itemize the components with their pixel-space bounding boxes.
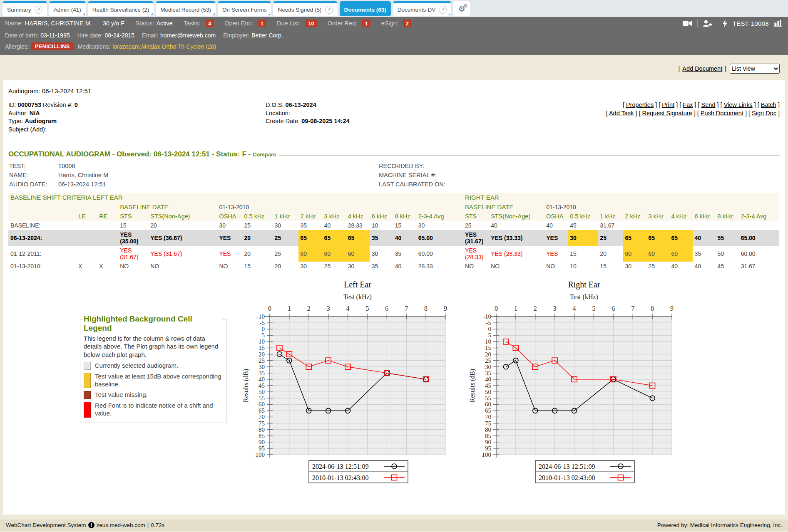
tasks-badge[interactable]: 4 [206, 20, 214, 27]
table-cell: NO [118, 262, 148, 271]
compare-link[interactable]: Compare [253, 151, 276, 158]
table-cell: 35 [370, 230, 393, 246]
table-cell: 20 [242, 246, 272, 262]
doc-action-send[interactable]: Send [701, 101, 716, 108]
table-cell: NO [463, 262, 489, 271]
add-person-icon[interactable] [703, 20, 712, 27]
column-header: 4 kHz [669, 212, 692, 221]
medication-link[interactable]: lorazepam [112, 43, 139, 50]
doc-action-fax[interactable]: Fax [683, 101, 693, 108]
view-select[interactable]: List View [730, 64, 780, 74]
employer-label: Employer: [223, 32, 249, 39]
settings-gear-button[interactable]: ⚙⚙ [453, 1, 470, 16]
doc-action-push-document[interactable]: Push Document [701, 110, 743, 116]
subject-add-link[interactable]: Add [32, 126, 43, 133]
recorded-by-label: RECORDED BY: [379, 163, 466, 169]
doc-action-request-signature[interactable]: Request Signature [642, 110, 692, 116]
svg-text:90: 90 [485, 439, 491, 445]
table-cell: YES (28.33) [489, 246, 544, 262]
svg-text:65: 65 [259, 407, 265, 414]
tab-label: Documents-DV [398, 7, 436, 13]
svg-text:1: 1 [514, 305, 517, 312]
doc-action-batch[interactable]: Batch [761, 101, 776, 108]
external-link-icon[interactable]: ↗ [325, 6, 333, 14]
add-document-link[interactable]: Add Document [682, 65, 722, 72]
order-req-badge[interactable]: 1 [362, 20, 370, 27]
audio-name-value: Harris, Christine M [58, 172, 379, 178]
tab-admin-41[interactable]: Admin (41) [49, 1, 86, 16]
info-icon[interactable]: i [88, 522, 94, 528]
document-id-link[interactable]: 0000753 [18, 101, 41, 108]
due-list-badge[interactable]: 10 [306, 20, 316, 27]
quick-action-icon[interactable] [722, 20, 728, 27]
tab-medical-record-53[interactable]: Medical Record (53) [156, 1, 216, 16]
table-cell: NO [489, 262, 544, 271]
medication-link[interactable]: Ortho Tri-Cyclen (28) [162, 43, 216, 50]
document-title: Audiogram: 06-13-2024 12:51 [8, 87, 780, 94]
column-header: 0.5 kHz [242, 212, 272, 221]
table-cell: 25 [322, 262, 346, 271]
table-cell: 40 [544, 221, 568, 230]
table-cell: 65 [646, 230, 669, 246]
tab-label: Medical Record (53) [160, 7, 211, 13]
table-cell: 28.33 [416, 262, 463, 271]
table-cell: 65.00 [416, 230, 463, 246]
table-cell: 40 [693, 230, 716, 246]
pipe: | [679, 65, 680, 72]
table-cell: 60.00 [739, 246, 779, 262]
svg-text:Results (dB): Results (dB) [469, 369, 476, 402]
tab-health-surveillance-2[interactable]: Health Surveillance (2) [88, 1, 154, 16]
table-cell: 15 [598, 262, 623, 271]
author-label: Author: [8, 110, 28, 116]
tab-summary[interactable]: Summary↗ [2, 1, 47, 16]
table-cell: 45 [568, 221, 598, 230]
allergy-penicillins[interactable]: PENICILLINS [31, 42, 74, 50]
medication-link[interactable]: Miralax [141, 43, 160, 50]
doc-action-print[interactable]: Print [662, 101, 674, 108]
svg-text:10: 10 [259, 338, 265, 345]
svg-text:0: 0 [268, 305, 271, 312]
svg-text:90: 90 [259, 439, 265, 445]
svg-text:85: 85 [259, 433, 265, 439]
table-cell: 15 [242, 262, 272, 271]
svg-text:80: 80 [259, 426, 265, 433]
doc-action-add-task[interactable]: Add Task [609, 110, 634, 116]
legend-swatch [84, 402, 91, 418]
footer: WebChart Development System i zeus.med-w… [0, 520, 788, 531]
table-cell: 30 [370, 246, 393, 262]
column-header: 6 kHz [370, 212, 393, 221]
le-flag [76, 221, 97, 230]
chart-icon[interactable] [774, 20, 783, 27]
patient-header: Name: HARRIS, CHRISTINE M. 30 y/o F Stat… [0, 17, 788, 55]
revision-label: Revision #: [43, 101, 73, 108]
tab-documents-dv[interactable]: Documents-DV↗ [393, 1, 452, 16]
table-cell: 45 [716, 262, 739, 271]
video-call-icon[interactable] [683, 20, 692, 27]
svg-text:30: 30 [259, 364, 265, 370]
svg-text:30: 30 [485, 364, 491, 370]
doc-action-properties[interactable]: Properties [626, 101, 654, 108]
external-link-icon[interactable]: ↗ [439, 6, 447, 14]
column-header: STS [463, 212, 489, 221]
esign-badge[interactable]: 2 [403, 20, 411, 27]
tab-needs-signed-5[interactable]: Needs Signed (5)↗ [273, 1, 337, 16]
column-header: RE [97, 212, 118, 221]
legend-text: Test value missing. [95, 391, 148, 399]
svg-text:Test (kHz): Test (kHz) [343, 293, 372, 301]
tab-documents-63[interactable]: Documents (63) [340, 1, 391, 16]
table-cell: YES [544, 246, 568, 262]
legend-text: Test value at least 15dB above correspon… [95, 373, 222, 388]
tab-on-screen-forms[interactable]: On Screen Forms [218, 1, 271, 16]
cell-legend-title: Highlighted Background Cell Legend [84, 314, 222, 333]
external-link-icon[interactable]: ↗ [35, 6, 42, 14]
svg-text:100: 100 [482, 451, 492, 458]
test-label: TEST: [9, 163, 58, 169]
cell-legend-description: This legend is for the column & rows of … [84, 334, 222, 359]
svg-text:3: 3 [327, 305, 330, 312]
doc-action-sign-doc[interactable]: Sign Doc [752, 110, 776, 116]
open-enc-badge[interactable]: 1 [258, 20, 266, 27]
svg-text:0: 0 [495, 305, 498, 312]
svg-text:20: 20 [485, 351, 491, 358]
doc-action-view-links[interactable]: View Links [724, 101, 753, 108]
svg-text:70: 70 [485, 413, 491, 420]
